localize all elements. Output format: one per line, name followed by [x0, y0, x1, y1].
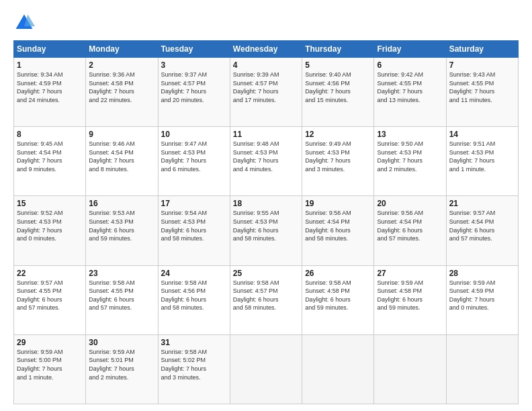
day-info: Sunrise: 9:52 AMSunset: 4:53 PMDaylight:…: [17, 209, 83, 242]
calendar-day-cell: 2Sunrise: 9:36 AMSunset: 4:58 PMDaylight…: [86, 58, 158, 127]
day-number: 22: [17, 269, 83, 278]
calendar-day-cell: 14Sunrise: 9:51 AMSunset: 4:53 PMDayligh…: [446, 127, 518, 196]
day-number: 28: [449, 269, 515, 278]
day-info: Sunrise: 9:58 AMSunset: 4:56 PMDaylight:…: [161, 279, 227, 312]
day-info: Sunrise: 9:56 AMSunset: 4:54 PMDaylight:…: [377, 209, 443, 242]
day-info: Sunrise: 9:59 AMSunset: 5:01 PMDaylight:…: [89, 348, 154, 381]
calendar-weekday-sunday: Sunday: [14, 41, 86, 58]
day-number: 19: [305, 199, 371, 208]
calendar-empty-cell: [302, 334, 374, 404]
day-number: 29: [17, 338, 83, 347]
day-info: Sunrise: 9:34 AMSunset: 4:59 PMDaylight:…: [17, 71, 83, 104]
logo-icon: [13, 12, 35, 34]
calendar-weekday-friday: Friday: [374, 41, 446, 58]
calendar-day-cell: 12Sunrise: 9:49 AMSunset: 4:53 PMDayligh…: [302, 127, 374, 196]
day-number: 15: [17, 199, 83, 208]
calendar-day-cell: 30Sunrise: 9:59 AMSunset: 5:01 PMDayligh…: [86, 334, 158, 404]
calendar-day-cell: 24Sunrise: 9:58 AMSunset: 4:56 PMDayligh…: [158, 265, 230, 334]
day-number: 3: [161, 60, 227, 70]
day-info: Sunrise: 9:49 AMSunset: 4:53 PMDaylight:…: [305, 140, 371, 173]
day-number: 5: [305, 60, 371, 70]
calendar-weekday-wednesday: Wednesday: [230, 41, 302, 58]
day-info: Sunrise: 9:36 AMSunset: 4:58 PMDaylight:…: [89, 71, 154, 104]
day-number: 26: [305, 269, 371, 278]
day-number: 7: [449, 60, 515, 70]
calendar-day-cell: 25Sunrise: 9:58 AMSunset: 4:57 PMDayligh…: [230, 265, 302, 334]
calendar-day-cell: 9Sunrise: 9:46 AMSunset: 4:54 PMDaylight…: [86, 127, 158, 196]
day-number: 1: [17, 60, 83, 70]
day-info: Sunrise: 9:54 AMSunset: 4:53 PMDaylight:…: [161, 209, 227, 242]
day-number: 16: [89, 199, 154, 208]
day-info: Sunrise: 9:40 AMSunset: 4:56 PMDaylight:…: [305, 71, 371, 104]
day-info: Sunrise: 9:50 AMSunset: 4:53 PMDaylight:…: [377, 140, 443, 173]
calendar-day-cell: 19Sunrise: 9:56 AMSunset: 4:54 PMDayligh…: [302, 196, 374, 265]
calendar-day-cell: 15Sunrise: 9:52 AMSunset: 4:53 PMDayligh…: [14, 196, 86, 265]
calendar-day-cell: 18Sunrise: 9:55 AMSunset: 4:53 PMDayligh…: [230, 196, 302, 265]
day-info: Sunrise: 9:57 AMSunset: 4:54 PMDaylight:…: [449, 209, 515, 242]
day-info: Sunrise: 9:37 AMSunset: 4:57 PMDaylight:…: [161, 71, 227, 104]
day-info: Sunrise: 9:46 AMSunset: 4:54 PMDaylight:…: [89, 140, 154, 173]
calendar-day-cell: 26Sunrise: 9:58 AMSunset: 4:58 PMDayligh…: [302, 265, 374, 334]
day-number: 20: [377, 199, 443, 208]
day-number: 17: [161, 199, 227, 208]
day-info: Sunrise: 9:59 AMSunset: 4:58 PMDaylight:…: [377, 279, 443, 312]
day-info: Sunrise: 9:42 AMSunset: 4:55 PMDaylight:…: [377, 71, 443, 104]
day-number: 30: [89, 338, 154, 347]
calendar-weekday-monday: Monday: [86, 41, 158, 58]
calendar-day-cell: 5Sunrise: 9:40 AMSunset: 4:56 PMDaylight…: [302, 58, 374, 127]
day-info: Sunrise: 9:53 AMSunset: 4:53 PMDaylight:…: [89, 209, 154, 242]
calendar-day-cell: 3Sunrise: 9:37 AMSunset: 4:57 PMDaylight…: [158, 58, 230, 127]
day-number: 13: [377, 130, 443, 139]
day-number: 12: [305, 130, 371, 139]
calendar-weekday-tuesday: Tuesday: [158, 41, 230, 58]
day-info: Sunrise: 9:48 AMSunset: 4:53 PMDaylight:…: [233, 140, 299, 173]
day-info: Sunrise: 9:58 AMSunset: 5:02 PMDaylight:…: [161, 348, 227, 381]
day-number: 10: [161, 130, 227, 139]
calendar-empty-cell: [374, 334, 446, 404]
calendar-day-cell: 1Sunrise: 9:34 AMSunset: 4:59 PMDaylight…: [14, 58, 86, 127]
calendar-day-cell: 27Sunrise: 9:59 AMSunset: 4:58 PMDayligh…: [374, 265, 446, 334]
day-number: 6: [377, 60, 443, 70]
calendar-day-cell: 20Sunrise: 9:56 AMSunset: 4:54 PMDayligh…: [374, 196, 446, 265]
day-number: 31: [161, 338, 227, 347]
day-info: Sunrise: 9:58 AMSunset: 4:57 PMDaylight:…: [233, 279, 299, 312]
calendar-week-row: 15Sunrise: 9:52 AMSunset: 4:53 PMDayligh…: [14, 196, 519, 265]
calendar-header-row: SundayMondayTuesdayWednesdayThursdayFrid…: [14, 41, 519, 58]
day-info: Sunrise: 9:58 AMSunset: 4:55 PMDaylight:…: [89, 279, 154, 312]
calendar-day-cell: 21Sunrise: 9:57 AMSunset: 4:54 PMDayligh…: [446, 196, 518, 265]
day-info: Sunrise: 9:59 AMSunset: 4:59 PMDaylight:…: [449, 279, 515, 312]
calendar-weekday-thursday: Thursday: [302, 41, 374, 58]
day-info: Sunrise: 9:58 AMSunset: 4:58 PMDaylight:…: [305, 279, 371, 312]
calendar-day-cell: 22Sunrise: 9:57 AMSunset: 4:55 PMDayligh…: [14, 265, 86, 334]
day-info: Sunrise: 9:45 AMSunset: 4:54 PMDaylight:…: [17, 140, 83, 173]
day-number: 2: [89, 60, 154, 70]
day-info: Sunrise: 9:59 AMSunset: 5:00 PMDaylight:…: [17, 348, 83, 381]
header: [13, 12, 519, 34]
calendar-day-cell: 28Sunrise: 9:59 AMSunset: 4:59 PMDayligh…: [446, 265, 518, 334]
day-info: Sunrise: 9:55 AMSunset: 4:53 PMDaylight:…: [233, 209, 299, 242]
day-info: Sunrise: 9:51 AMSunset: 4:53 PMDaylight:…: [449, 140, 515, 173]
day-number: 25: [233, 269, 299, 278]
day-number: 24: [161, 269, 227, 278]
day-number: 11: [233, 130, 299, 139]
day-info: Sunrise: 9:39 AMSunset: 4:57 PMDaylight:…: [233, 71, 299, 104]
calendar-day-cell: 31Sunrise: 9:58 AMSunset: 5:02 PMDayligh…: [158, 334, 230, 404]
calendar-day-cell: 6Sunrise: 9:42 AMSunset: 4:55 PMDaylight…: [374, 58, 446, 127]
day-info: Sunrise: 9:57 AMSunset: 4:55 PMDaylight:…: [17, 279, 83, 312]
logo: [13, 12, 38, 34]
day-info: Sunrise: 9:56 AMSunset: 4:54 PMDaylight:…: [305, 209, 371, 242]
day-number: 21: [449, 199, 515, 208]
calendar-day-cell: 16Sunrise: 9:53 AMSunset: 4:53 PMDayligh…: [86, 196, 158, 265]
day-number: 4: [233, 60, 299, 70]
calendar-day-cell: 13Sunrise: 9:50 AMSunset: 4:53 PMDayligh…: [374, 127, 446, 196]
day-number: 9: [89, 130, 154, 139]
calendar-empty-cell: [230, 334, 302, 404]
calendar: SundayMondayTuesdayWednesdayThursdayFrid…: [13, 40, 519, 404]
calendar-day-cell: 17Sunrise: 9:54 AMSunset: 4:53 PMDayligh…: [158, 196, 230, 265]
calendar-day-cell: 8Sunrise: 9:45 AMSunset: 4:54 PMDaylight…: [14, 127, 86, 196]
day-number: 27: [377, 269, 443, 278]
calendar-day-cell: 7Sunrise: 9:43 AMSunset: 4:55 PMDaylight…: [446, 58, 518, 127]
day-info: Sunrise: 9:47 AMSunset: 4:53 PMDaylight:…: [161, 140, 227, 173]
calendar-week-row: 1Sunrise: 9:34 AMSunset: 4:59 PMDaylight…: [14, 58, 519, 127]
calendar-day-cell: 23Sunrise: 9:58 AMSunset: 4:55 PMDayligh…: [86, 265, 158, 334]
